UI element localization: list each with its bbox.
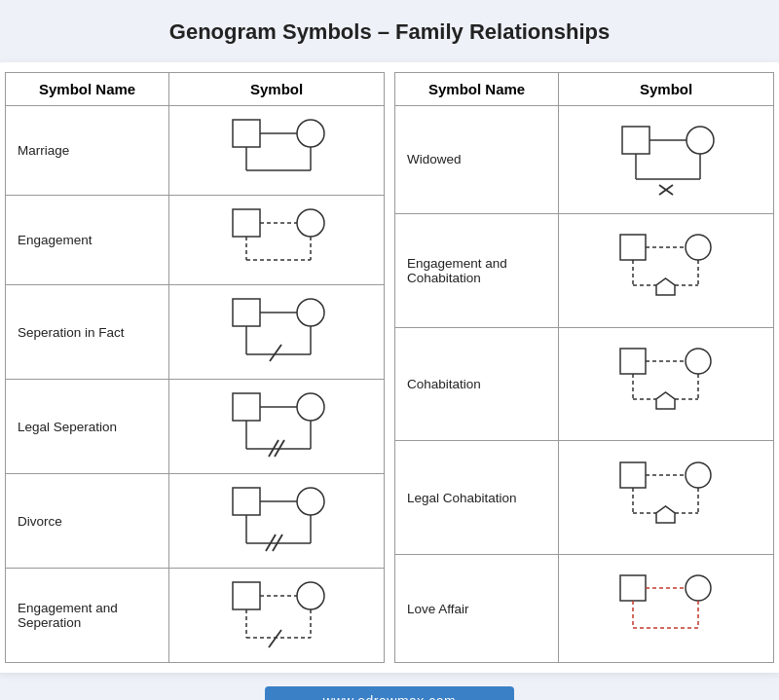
svg-rect-42 [622,127,649,154]
svg-point-51 [686,235,711,260]
table-row: Love Affair [395,555,774,663]
right-header-symbol: Symbol [559,73,774,106]
symbol-legal-cohabitation [559,441,774,555]
page-title: Genogram Symbols – Family Relationships [169,19,610,45]
row-name-separation-fact: Seperation in Fact [6,285,169,380]
footer: www.edrawmax.com [265,686,514,700]
symbol-legal-separation [169,380,385,474]
row-name-legal-cohabitation: Legal Cohabitation [395,441,559,555]
table-row: Engagement [6,196,385,285]
svg-rect-35 [233,582,260,609]
svg-point-59 [686,349,711,374]
svg-point-75 [686,575,711,601]
row-name-engagement-separation: Engagement and Seperation [6,569,169,663]
row-name-divorce: Divorce [6,474,169,569]
row-name-love-affair: Love Affair [395,555,559,663]
svg-point-1 [297,120,324,147]
left-header-symbol: Symbol [169,73,385,106]
svg-marker-73 [656,506,675,523]
svg-line-41 [269,630,281,647]
row-name-legal-separation: Legal Seperation [6,380,169,474]
table-row: Seperation in Fact [6,285,385,380]
row-name-marriage: Marriage [6,106,169,196]
right-table: Symbol Name Symbol Widowed [394,72,774,663]
tables-wrapper: Symbol Name Symbol Marriage [0,62,779,673]
symbol-cohabitation [559,327,774,441]
table-row: Widowed [395,106,774,214]
symbol-marriage [169,106,385,196]
svg-rect-27 [233,488,260,515]
symbol-divorce [169,474,385,569]
svg-point-20 [297,393,324,421]
symbol-engagement [169,196,385,285]
row-name-cohabitation: Cohabitation [395,327,559,441]
svg-point-43 [686,127,714,154]
svg-point-67 [686,462,711,488]
symbol-love-affair [559,555,774,663]
svg-rect-12 [233,299,260,326]
svg-rect-58 [620,349,646,374]
table-row: Engagement and Cohabitation [395,213,774,327]
right-header-name: Symbol Name [395,73,559,106]
svg-rect-6 [233,209,260,237]
row-name-engagement-cohabitation: Engagement and Cohabitation [395,213,559,327]
svg-line-18 [270,345,281,361]
table-row: Engagement and Seperation [6,569,385,663]
svg-point-28 [297,488,324,515]
table-row: Legal Cohabitation [395,441,774,555]
svg-point-13 [297,299,324,326]
table-row: Cohabitation [395,327,774,441]
svg-rect-74 [620,575,646,601]
symbol-engagement-separation [169,569,385,663]
svg-point-36 [297,582,324,609]
symbol-engagement-cohabitation [559,213,774,327]
table-row: Legal Seperation [6,380,385,474]
svg-rect-0 [233,120,260,147]
left-header-name: Symbol Name [6,73,169,106]
symbol-separation-fact [169,285,385,380]
left-table: Symbol Name Symbol Marriage [5,72,385,663]
svg-rect-50 [620,235,646,260]
row-name-widowed: Widowed [395,106,559,214]
table-row: Divorce [6,474,385,569]
svg-marker-57 [656,278,675,295]
svg-rect-66 [620,462,646,488]
svg-marker-65 [656,392,675,409]
svg-rect-19 [233,393,260,421]
symbol-widowed [559,106,774,214]
table-row: Marriage [6,106,385,196]
svg-point-7 [297,209,324,237]
row-name-engagement: Engagement [6,196,169,285]
